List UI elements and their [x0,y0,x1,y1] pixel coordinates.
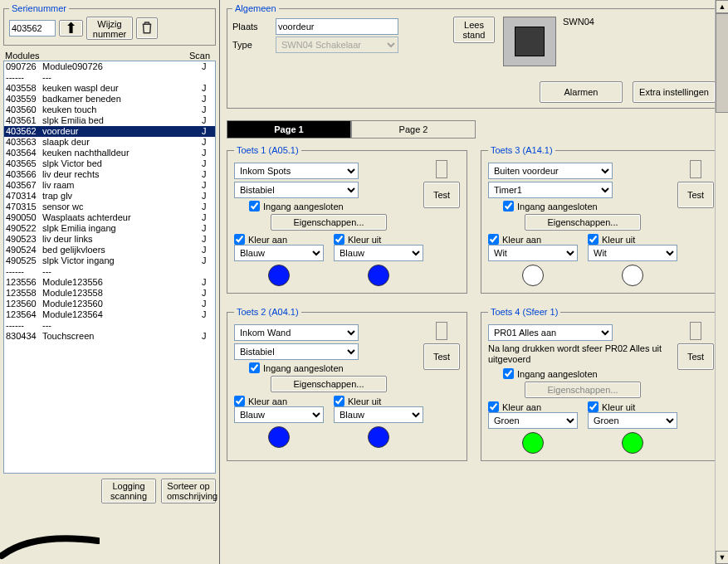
module-row[interactable]: 123560Module123560J [4,299,215,309]
module-row[interactable]: 403563slaapk deurJ [4,137,215,148]
toets-select-target[interactable]: Inkom Spots [234,163,359,179]
scroll-up-button[interactable]: ▲ [716,0,728,13]
module-row[interactable]: 403559badkamer benedenJ [4,94,215,105]
kleur-uit-preview [368,265,389,286]
kleur-aan-checkbox[interactable] [234,234,245,245]
toets-legend: Toets 4 (Sfeer 1) [488,307,560,317]
test-button[interactable]: Test [677,182,714,208]
toets-select-target[interactable]: PR01 Alles aan [488,324,613,341]
tab-page1[interactable]: Page 1 [227,120,351,139]
kleur-aan-checkbox[interactable] [234,396,245,406]
module-row[interactable]: 123556Module123556J [4,277,215,288]
module-row[interactable]: 490522slpk Emilia ingangJ [4,223,215,234]
device-name: SWN04 [563,17,594,27]
toets-select-mode[interactable]: Bistabiel [234,182,359,198]
test-led [436,160,447,178]
module-row[interactable]: 470314trap glvJ [4,191,215,202]
plaats-input[interactable] [276,18,398,35]
module-row[interactable]: --------- [4,72,215,83]
module-row[interactable]: 490524bed gelijkvloersJ [4,245,215,255]
up-arrow-button[interactable]: ⬆ [59,20,83,36]
module-row[interactable]: 123564Module123564J [4,309,215,320]
lees-stand-button[interactable]: Lees stand [453,17,495,43]
toets-2: Toets 3 (A14.1) Buiten voordeur Timer1 I… [481,145,721,294]
serienummer-legend: Serienummer [9,3,69,13]
module-row[interactable]: 830434TouchscreenJ [4,331,215,342]
module-row[interactable]: 470315sensor wcJ [4,202,215,212]
module-row[interactable]: 123558Module123558J [4,288,215,299]
kleur-uit-checkbox[interactable] [588,401,599,412]
module-row[interactable]: 403561slpk Emilia bedJ [4,115,215,126]
eigenschappen-button[interactable]: Eigenschappen... [271,214,387,231]
algemeen-legend: Algemeen [232,3,279,13]
toets-select-target[interactable]: Inkom Wand [234,324,359,341]
module-row[interactable]: 403564keuken nachthalldeurJ [4,148,215,158]
toets-1: Toets 1 (A05.1) Inkom Spots Bistabiel In… [227,145,467,294]
kleur-aan-checkbox[interactable] [488,401,499,412]
alarmen-button[interactable]: Alarmen [540,81,623,103]
kleur-aan-checkbox[interactable] [488,234,499,245]
kleur-uit-select[interactable]: Blauw [334,245,423,261]
kleur-uit-label: Kleur uit [348,396,381,406]
scan-col-label: Scan [189,51,214,61]
kleur-uit-select[interactable]: Blauw [334,406,423,423]
toets-select-mode[interactable]: Bistabiel [234,343,359,360]
eigenschappen-button[interactable]: Eigenschappen... [525,214,641,231]
right-scrollbar[interactable]: ▲ ▼ [715,0,728,564]
kleur-uit-preview [368,426,389,448]
eigenschappen-button[interactable]: Eigenschappen... [271,376,387,392]
kleur-aan-label: Kleur aan [248,396,287,406]
kleur-uit-select[interactable]: Wit [588,245,677,261]
ingang-checkbox[interactable] [249,201,260,212]
serienummer-input[interactable] [9,20,56,36]
delete-button[interactable] [136,17,158,39]
ingang-label: Ingang aangesloten [517,369,598,379]
kleur-uit-checkbox[interactable] [588,234,599,245]
toets-4: Toets 4 (Sfeer 1) PR01 Alles aan Na lang… [481,307,721,461]
kleur-aan-select[interactable]: Blauw [234,245,324,261]
ingang-label: Ingang aangesloten [263,363,344,373]
wijzig-nummer-button[interactable]: Wijzig nummer [86,17,133,40]
kleur-uit-checkbox[interactable] [334,234,344,245]
module-row[interactable]: 490050Wasplaats achterdeurJ [4,212,215,223]
test-button[interactable]: Test [423,343,460,370]
modules-list[interactable]: 090726Module090726J---------403558keuken… [3,61,216,474]
test-button[interactable]: Test [677,343,714,370]
tab-page2[interactable]: Page 2 [351,120,476,139]
module-row[interactable]: --------- [4,320,215,331]
kleur-aan-preview [268,265,290,286]
extra-instellingen-button[interactable]: Extra instellingen [633,81,716,103]
scroll-down-button[interactable]: ▼ [716,551,728,564]
logging-scanning-button[interactable]: Logging scanning [101,479,156,503]
module-row[interactable]: 490523liv deur linksJ [4,234,215,245]
module-row[interactable]: 090726Module090726J [4,61,215,72]
kleur-aan-select[interactable]: Blauw [234,406,324,423]
sorteer-button[interactable]: Sorteer op omschrijving [161,479,216,503]
toets-select-mode[interactable]: Timer1 [488,182,613,198]
kleur-uit-select[interactable]: Groen [588,412,677,429]
kleur-aan-select[interactable]: Groen [488,412,578,429]
module-row[interactable]: 403567liv raamJ [4,180,215,191]
module-row[interactable]: 403560keuken touchJ [4,105,215,115]
toets-select-target[interactable]: Buiten voordeur [488,163,613,179]
module-row[interactable]: --------- [4,266,215,277]
ingang-checkbox[interactable] [503,201,514,212]
module-row[interactable]: 490525slpk Victor ingangJ [4,255,215,266]
scroll-thumb[interactable] [716,13,728,113]
module-row[interactable]: 403565slpk Victor bedJ [4,158,215,169]
test-button[interactable]: Test [423,182,460,208]
kleur-uit-checkbox[interactable] [334,396,344,406]
test-led [436,322,447,340]
module-row[interactable]: 403558keuken waspl deurJ [4,83,215,94]
toets-legend: Toets 1 (A05.1) [234,145,301,155]
ingang-label: Ingang aangesloten [263,202,344,212]
ingang-checkbox[interactable] [503,368,514,379]
toets-message: Na lang drukken wordt sfeer PR02 Alles u… [488,343,677,365]
kleur-aan-select[interactable]: Wit [488,245,578,261]
module-row[interactable]: 403562voordeurJ [4,126,215,137]
device-preview [503,17,556,66]
cable-graphic [0,531,100,564]
module-row[interactable]: 403566liv deur rechtsJ [4,169,215,180]
test-led [690,322,701,340]
ingang-checkbox[interactable] [249,362,260,373]
